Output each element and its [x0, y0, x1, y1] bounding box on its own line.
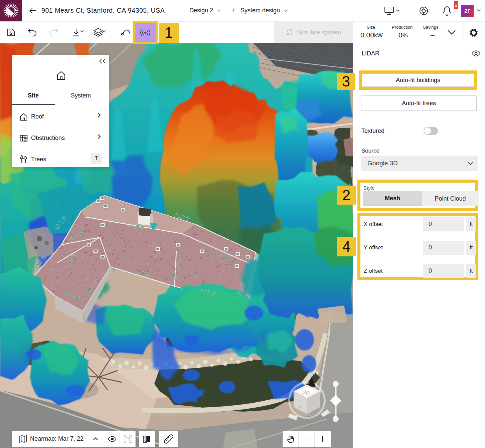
- svg-text:S: S: [298, 403, 302, 409]
- svg-text:N: N: [314, 370, 318, 376]
- svg-text:2D: 2D: [303, 389, 310, 396]
